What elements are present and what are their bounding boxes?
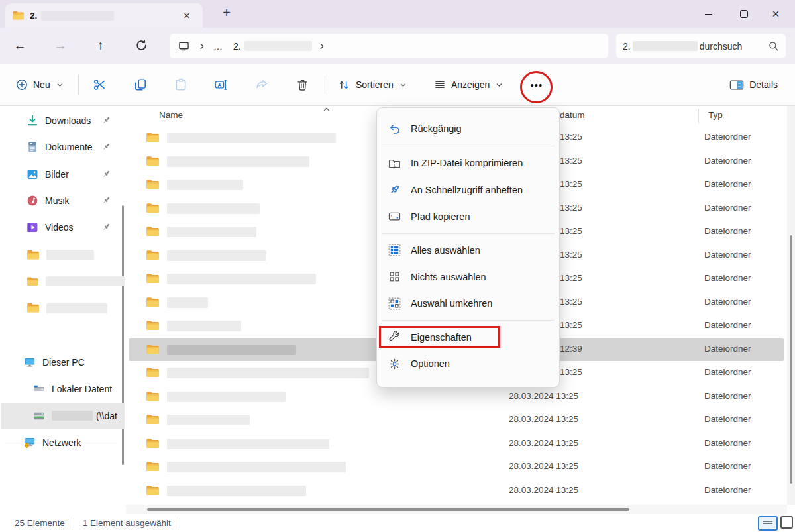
- menu-item-nichts-auswählen[interactable]: Nichts auswählen: [380, 264, 556, 290]
- sidebar-item-downloads[interactable]: Downloads: [1, 107, 125, 134]
- pin-icon: [101, 115, 111, 125]
- file-row[interactable]: 28.03.2024 13:25Dateiordner: [129, 408, 784, 432]
- sidebar-item-folder[interactable]: [1, 242, 125, 268]
- column-header-type[interactable]: Typ: [708, 110, 723, 120]
- chevron-right-icon[interactable]: [197, 42, 207, 51]
- minimize-button[interactable]: [693, 0, 723, 28]
- column-header-name[interactable]: Name: [159, 110, 183, 120]
- search-text-prefix: 2.: [623, 41, 631, 52]
- breadcrumb-segment[interactable]: 2.: [233, 41, 241, 52]
- folder-icon: [146, 366, 160, 380]
- rename-icon: [215, 78, 228, 91]
- menu-item-optionen[interactable]: Optionen: [380, 350, 556, 377]
- file-date: 13:25: [560, 179, 582, 189]
- sidebar-item-netzwerk[interactable]: Netzwerk: [1, 429, 125, 456]
- column-divider: [698, 109, 699, 123]
- file-row[interactable]: 28.03.2024 13:25Dateiordner: [129, 479, 784, 503]
- details-view-toggle[interactable]: [758, 516, 778, 531]
- vertical-scrollbar-thumb[interactable]: [790, 235, 792, 484]
- forward-button[interactable]: →: [48, 34, 72, 58]
- folder-icon: [146, 248, 160, 262]
- file-name-redacted: [167, 415, 250, 425]
- file-date: 13:25: [560, 156, 582, 166]
- new-tab-button[interactable]: +: [217, 4, 236, 23]
- details-pane-button[interactable]: Details: [723, 72, 784, 98]
- sidebar-item-dat[interactable]: (\\dat: [1, 403, 125, 429]
- breadcrumb-ellipsis[interactable]: …: [213, 41, 223, 52]
- tab-close-button[interactable]: ×: [179, 8, 195, 24]
- chevron-right-icon[interactable]: [17, 411, 26, 421]
- refresh-button[interactable]: [129, 34, 153, 58]
- select-all-icon: [388, 244, 401, 256]
- menu-item-label: Optionen: [411, 358, 450, 369]
- paste-button[interactable]: [166, 72, 195, 98]
- sidebar-item-bilder[interactable]: Bilder: [1, 161, 125, 187]
- tab-title-redacted: [41, 11, 114, 21]
- trash-icon: [296, 79, 309, 91]
- videos-icon: [26, 221, 38, 233]
- menu-item-alles-auswählen[interactable]: Alles auswählen: [380, 237, 556, 263]
- up-button[interactable]: ↑: [89, 34, 113, 58]
- window-close-button[interactable]: ×: [761, 0, 791, 28]
- back-button[interactable]: ←: [8, 34, 32, 58]
- file-date: 28.03.2024 13:25: [509, 414, 578, 424]
- column-header-date[interactable]: datum: [560, 110, 585, 120]
- cut-button[interactable]: [85, 72, 114, 98]
- file-date: 13:25: [560, 320, 582, 330]
- explorer-tab[interactable]: 2. ×: [5, 3, 203, 28]
- file-row[interactable]: 28.03.2024 13:25Dateiordner: [129, 455, 784, 479]
- more-options-button[interactable]: •••: [525, 76, 549, 94]
- tab-title: 2.: [30, 11, 37, 21]
- maximize-button[interactable]: [729, 0, 759, 28]
- sidebar-label-redacted: [46, 303, 107, 313]
- pin-icon: [101, 195, 111, 205]
- icons-view-toggle[interactable]: [780, 516, 793, 529]
- menu-item-rückgängig[interactable]: Rückgängig: [380, 115, 556, 142]
- folder-icon: [146, 437, 160, 451]
- chevron-right-icon[interactable]: [317, 42, 327, 51]
- view-button[interactable]: Anzeigen: [427, 72, 510, 98]
- sidebar-item-lokaler-datent[interactable]: Lokaler Datent: [1, 376, 125, 402]
- menu-item-an-schnellzugriff-anheften[interactable]: An Schnellzugriff anheften: [380, 176, 556, 203]
- file-date: 13:25: [560, 297, 582, 307]
- sidebar-item-dieser-pc[interactable]: Dieser PC: [1, 349, 125, 376]
- chevron-down-icon: [399, 81, 407, 89]
- sidebar-item-folder[interactable]: [1, 268, 125, 295]
- sidebar-item-folder[interactable]: [1, 295, 125, 321]
- chevron-right-icon[interactable]: [8, 438, 17, 447]
- chevron-down-icon[interactable]: [8, 358, 17, 367]
- copy-button[interactable]: [126, 72, 155, 98]
- music-icon: [26, 195, 38, 207]
- file-type: Dateiordner: [704, 250, 751, 260]
- chevron-right-icon: [17, 411, 26, 421]
- menu-item-label: An Schnellzugriff anheften: [411, 185, 523, 195]
- chevron-right-icon[interactable]: [17, 384, 26, 394]
- chevron-right-icon: [17, 384, 26, 394]
- status-divider: [74, 518, 74, 528]
- menu-item-in-zip-datei-komprimieren[interactable]: In ZIP-Datei komprimieren: [380, 150, 556, 176]
- sidebar-label-redacted: [46, 250, 94, 260]
- delete-button[interactable]: [288, 72, 317, 98]
- sidebar-item-musik[interactable]: Musik: [1, 187, 125, 214]
- rename-button[interactable]: [207, 72, 236, 98]
- file-name-redacted: [167, 156, 309, 167]
- horizontal-scrollbar-thumb[interactable]: [147, 508, 629, 511]
- address-bar[interactable]: … 2.: [170, 34, 608, 58]
- file-date: 13:25: [560, 367, 582, 377]
- share-button[interactable]: [247, 72, 276, 98]
- menu-item-auswahl-umkehren[interactable]: Auswahl umkehren: [380, 290, 556, 317]
- sidebar-item-videos[interactable]: Videos: [1, 214, 125, 240]
- status-bar: 25 Elemente 1 Element ausgewählt: [0, 514, 795, 532]
- file-row[interactable]: 28.03.2024 13:25Dateiordner: [129, 432, 784, 456]
- folder-icon: [146, 201, 160, 215]
- new-button[interactable]: Neu: [9, 72, 71, 98]
- search-box[interactable]: 2. durchsuch: [616, 34, 786, 58]
- properties-icon: [388, 331, 401, 343]
- file-row[interactable]: 28.03.2024 13:25Dateiordner: [129, 385, 784, 409]
- menu-item-pfad-kopieren[interactable]: Pfad kopieren: [380, 203, 556, 230]
- sort-button[interactable]: Sortieren: [331, 72, 414, 98]
- sidebar-item-dokumente[interactable]: Dokumente: [1, 134, 125, 160]
- folder-icon: [146, 154, 160, 168]
- copy-path-icon: [388, 210, 401, 223]
- menu-item-eigenschaften[interactable]: Eigenschaften: [380, 324, 556, 350]
